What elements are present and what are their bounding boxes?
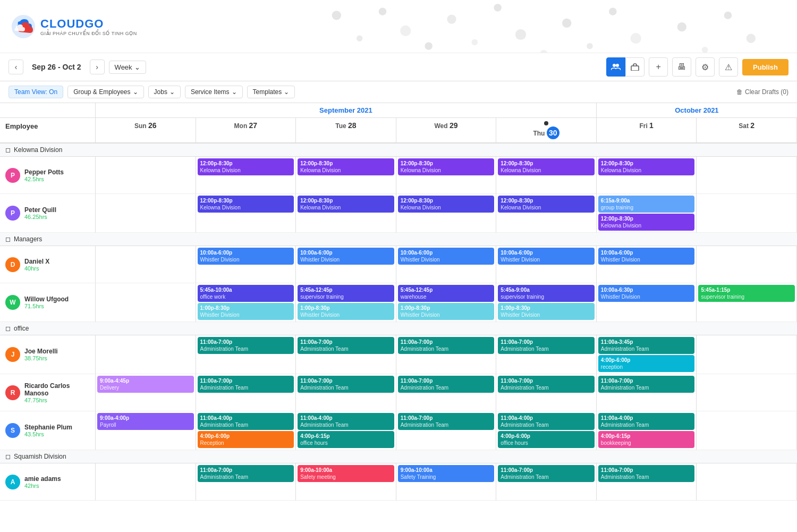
schedule-cell[interactable]: 11:00a-4:00pAdministration Team4:00p-6:0… [196,411,296,450]
schedule-cell[interactable]: 6:15a-9:00agroup training12:00p-8:30pKel… [597,194,697,233]
shift-block[interactable]: 5:45a-12:45psupervisor training [298,285,394,302]
shift-block[interactable]: 12:00p-8:30pKelowna Division [198,196,294,213]
schedule-cell[interactable] [96,463,196,501]
shift-block[interactable]: 4:00p-6:15pbookkeeping [598,431,695,448]
shift-block[interactable]: 5:45a-10:00aoffice work [198,285,294,302]
shift-block[interactable]: 11:00a-7:00pAdministration Team [198,337,294,354]
shift-block[interactable]: 11:00a-7:00pAdministration Team [598,465,695,482]
schedule-cell[interactable]: 11:00a-7:00pAdministration Team [396,374,497,411]
employee-cell[interactable]: W Willow Ufgood 71.5hrs [0,283,96,322]
print-button[interactable]: 🖶 [672,57,691,77]
next-week-button[interactable]: › [90,60,105,74]
schedule-cell[interactable]: 11:00a-7:00pAdministration Team [396,335,497,374]
publish-button[interactable]: Publish [742,59,788,75]
shift-block[interactable]: 12:00p-8:30pKelowna Division [398,196,495,213]
schedule-cell[interactable] [96,335,196,374]
schedule-cell[interactable] [697,246,797,283]
schedule-cell[interactable] [697,157,797,194]
schedule-cell[interactable]: 11:00a-7:00pAdministration Team [196,374,296,411]
schedule-cell[interactable]: 9:00a-4:45pDelivery [96,374,196,411]
schedule-cell[interactable] [96,157,196,194]
shift-block[interactable]: 11:00a-4:00pAdministration Team [198,413,294,430]
schedule-cell[interactable]: 11:00a-7:00pAdministration Team [597,463,697,501]
schedule-cell[interactable]: 11:00a-7:00pAdministration Team [496,374,597,411]
shift-block[interactable]: 11:00a-7:00pAdministration Team [498,337,595,354]
schedule-cell[interactable] [697,411,797,450]
templates-filter[interactable]: Templates ⌄ [247,86,295,98]
shift-block[interactable]: 11:00a-7:00pAdministration Team [398,376,495,393]
schedule-cell[interactable]: 11:00a-7:00pAdministration Team [296,335,396,374]
shift-block[interactable]: 6:15a-9:00agroup training [598,196,695,213]
schedule-cell[interactable]: 10:00a-6:00pWhistler Division [597,246,697,283]
service-items-filter[interactable]: Service Items ⌄ [185,86,243,98]
schedule-cell[interactable] [96,194,196,233]
schedule-cell[interactable]: 9:00a-4:00pPayroll [96,411,196,450]
employee-cell[interactable]: P Pepper Potts 42.5hrs [0,157,96,194]
schedule-cell[interactable]: 10:00a-6:30pWhistler Division [597,283,697,322]
shift-block[interactable]: 5:45a-12:45pwarehouse [398,285,495,302]
jobs-filter[interactable]: Jobs ⌄ [148,86,181,98]
employee-cell[interactable]: S Stephanie Plum 43.5hrs [0,411,96,450]
shift-block[interactable]: 4:00p-6:00poffice hours [498,431,595,448]
shift-block[interactable]: 10:00a-6:00pWhistler Division [498,248,595,265]
schedule-cell[interactable] [697,335,797,374]
shift-block[interactable]: 10:00a-6:00pWhistler Division [398,248,495,265]
schedule-cell[interactable]: 5:45a-12:45pwarehouse1:00p-8:30pWhistler… [396,283,497,322]
schedule-cell[interactable]: 11:00a-4:00pAdministration Team4:00p-6:1… [296,411,396,450]
schedule-cell[interactable]: 12:00p-8:30pKelowna Division [196,194,296,233]
schedule-cell[interactable]: 12:00p-8:30pKelowna Division [496,194,597,233]
shift-block[interactable]: 10:00a-6:00pWhistler Division [198,248,294,265]
schedule-cell[interactable]: 11:00a-7:00pAdministration Team [496,335,597,374]
shift-block[interactable]: 10:00a-6:00pWhistler Division [298,248,394,265]
shift-block[interactable]: 11:00a-7:00pAdministration Team [598,376,695,393]
shift-block[interactable]: 4:00p-6:15poffice hours [298,431,394,448]
shift-block[interactable]: 12:00p-8:30pKelowna Division [298,158,394,175]
schedule-cell[interactable]: 10:00a-6:00pWhistler Division [196,246,296,283]
shift-block[interactable]: 5:45a-9:00asupervisor training [498,285,595,302]
shift-block[interactable]: 11:00a-7:00pAdministration Team [198,376,294,393]
team-view-filter[interactable]: Team View: On [9,86,63,98]
shift-block[interactable]: 12:00p-8:30pKelowna Division [598,214,695,231]
shift-block[interactable]: 11:00a-7:00pAdministration Team [298,376,394,393]
schedule-cell[interactable]: 5:45a-1:15psupervisor training [697,283,797,322]
shift-block[interactable]: 9:00a-4:00pPayroll [97,413,194,430]
shift-block[interactable]: 12:00p-8:30pKelowna Division [298,196,394,213]
schedule-cell[interactable]: 12:00p-8:30pKelowna Division [196,157,296,194]
schedule-cell[interactable]: 5:45a-9:00asupervisor training1:00p-8:30… [496,283,597,322]
shift-block[interactable]: 4:00p-6:00pReception [198,431,294,448]
schedule-cell[interactable]: 12:00p-8:30pKelowna Division [296,194,396,233]
prev-week-button[interactable]: ‹ [9,60,23,74]
schedule-cell[interactable]: 11:00a-7:00pAdministration Team [597,374,697,411]
shift-block[interactable]: 10:00a-6:00pWhistler Division [598,248,695,265]
add-button[interactable]: + [649,57,668,77]
schedule-cell[interactable]: 11:00a-4:00pAdministration Team4:00p-6:0… [496,411,597,450]
schedule-cell[interactable]: 11:00a-7:00pAdministration Team [496,463,597,501]
schedule-cell[interactable] [697,194,797,233]
shift-block[interactable]: 11:00a-4:00pAdministration Team [298,413,394,430]
clear-drafts-button[interactable]: 🗑 Clear Drafts (0) [736,88,788,96]
shift-block[interactable]: 12:00p-8:30pKelowna Division [198,158,294,175]
shift-block[interactable]: 12:00p-8:30pKelowna Division [398,158,495,175]
schedule-cell[interactable]: 10:00a-6:00pWhistler Division [296,246,396,283]
schedule-cell[interactable] [96,246,196,283]
schedule-cell[interactable]: 11:00a-7:00pAdministration Team [196,335,296,374]
briefcase-view-button[interactable] [625,57,645,77]
shift-block[interactable]: 11:00a-7:00pAdministration Team [498,465,595,482]
schedule-cell[interactable]: 10:00a-6:00pWhistler Division [396,246,497,283]
schedule-cell[interactable] [697,463,797,501]
shift-block[interactable]: 11:00a-7:00pAdministration Team [398,413,495,430]
group-employees-filter[interactable]: Group & Employees ⌄ [67,86,143,98]
shift-block[interactable]: 12:00p-8:30pKelowna Division [498,196,595,213]
shift-block[interactable]: 9:00a-4:45pDelivery [97,376,194,393]
schedule-cell[interactable]: 10:00a-6:00pWhistler Division [496,246,597,283]
schedule-cell[interactable]: 11:00a-7:00pAdministration Team [196,463,296,501]
schedule-cell[interactable]: 12:00p-8:30pKelowna Division [496,157,597,194]
employee-cell[interactable]: P Peter Quill 46.25hrs [0,194,96,233]
schedule-cell[interactable]: 12:00p-8:30pKelowna Division [396,157,497,194]
shift-block[interactable]: 4:00p-6:00preception [598,355,695,372]
shift-block[interactable]: 1:00p-8:30pWhistler Division [198,303,294,320]
shift-block[interactable]: 10:00a-6:30pWhistler Division [598,285,695,302]
week-dropdown[interactable]: Week ⌄ [109,61,146,74]
shift-block[interactable]: 1:00p-8:30pWhistler Division [498,303,595,320]
shift-block[interactable]: 11:00a-7:00pAdministration Team [498,376,595,393]
